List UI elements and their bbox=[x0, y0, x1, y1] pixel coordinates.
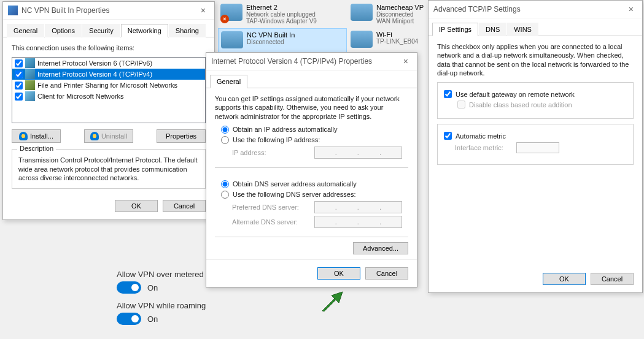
pref-dns-label: Preferred DNS server: bbox=[232, 204, 314, 211]
radio-use-dns[interactable] bbox=[221, 191, 229, 199]
item-label: Client for Microsoft Networks bbox=[37, 93, 124, 100]
item-checkbox[interactable] bbox=[15, 93, 23, 101]
tab-sharing[interactable]: Sharing bbox=[169, 24, 206, 37]
shield-icon bbox=[90, 132, 99, 140]
item-checkbox[interactable] bbox=[15, 59, 23, 67]
network-icon bbox=[8, 6, 18, 15]
checkbox-auto-metric[interactable] bbox=[444, 132, 452, 140]
tab-general[interactable]: General bbox=[210, 75, 247, 88]
advanced-tabs: IP SettingsDNSWINS bbox=[429, 18, 642, 36]
setting-metered-label: Allow VPN over metered n bbox=[117, 270, 210, 279]
item-label: File and Printer Sharing for Microsoft N… bbox=[37, 82, 177, 89]
checkbox-use-gateway[interactable] bbox=[444, 90, 452, 98]
adapter-name: NC VPN Built In bbox=[247, 31, 295, 39]
item-icon bbox=[25, 69, 35, 79]
toggle-state-on: On bbox=[147, 283, 158, 292]
use-ip-label: Use the following IP address: bbox=[233, 136, 320, 143]
ok-button[interactable]: OK bbox=[317, 267, 360, 280]
radio-obtain-ip[interactable] bbox=[221, 126, 229, 134]
ip-address-label: IP address: bbox=[232, 149, 314, 156]
adapter-name: Namecheap VP bbox=[376, 4, 424, 11]
adapter-item[interactable]: NC VPN Built InDisconnected bbox=[218, 28, 347, 54]
adapter-name: Ethernet 2 bbox=[246, 4, 317, 11]
auto-metric-label: Automatic metric bbox=[456, 132, 506, 140]
adapter-status: TP-LINK_EB04 bbox=[376, 38, 418, 45]
radio-obtain-dns[interactable] bbox=[221, 180, 229, 188]
ipv4-properties-dialog: Internet Protocol Version 4 (TCP/IPv4) P… bbox=[206, 52, 417, 288]
adapter-status: Disconnected bbox=[376, 11, 424, 18]
properties-dialog: NC VPN Built In Properties × GeneralOpti… bbox=[2, 1, 215, 220]
properties-button[interactable]: Properties bbox=[157, 129, 206, 143]
adapter-status: Network cable unplugged bbox=[246, 11, 317, 18]
items-label: This connection uses the following items… bbox=[12, 44, 206, 52]
iface-metric-input bbox=[516, 142, 559, 153]
item-label: Internet Protocol Version 4 (TCP/IPv4) bbox=[37, 70, 152, 78]
adapter-desc: WAN Miniport bbox=[376, 18, 424, 25]
item-icon bbox=[25, 80, 35, 90]
dialog-title: Advanced TCP/IP Settings bbox=[433, 5, 625, 13]
vpn-settings-panel: Allow VPN over metered n On Allow VPN wh… bbox=[117, 270, 210, 332]
tab-security[interactable]: Security bbox=[82, 24, 120, 37]
setting-roaming-label: Allow VPN while roaming bbox=[117, 301, 210, 310]
adapter-name: Wi-Fi bbox=[376, 31, 418, 38]
item-icon bbox=[25, 58, 35, 68]
close-icon[interactable]: × bbox=[625, 4, 637, 14]
item-checkbox[interactable] bbox=[15, 82, 23, 90]
close-icon[interactable]: × bbox=[197, 6, 209, 15]
adapter-icon bbox=[221, 31, 243, 51]
properties-tabs: GeneralOptionsSecurityNetworkingSharing bbox=[3, 20, 214, 37]
tab-dns[interactable]: DNS bbox=[479, 23, 506, 36]
description-legend: Description bbox=[17, 145, 56, 152]
obtain-ip-label: Obtain an IP address automatically bbox=[233, 126, 337, 133]
network-item[interactable]: Internet Protocol Version 4 (TCP/IPv4) bbox=[12, 69, 205, 80]
uninstall-button[interactable]: Uninstall bbox=[84, 129, 133, 143]
dialog-title: NC VPN Built In Properties bbox=[21, 6, 197, 15]
cancel-button[interactable]: Cancel bbox=[365, 267, 408, 280]
tab-ip-settings[interactable]: IP Settings bbox=[432, 23, 478, 36]
use-gateway-label: Use default gateway on remote network bbox=[456, 91, 575, 98]
disable-class-label: Disable class based route addition bbox=[469, 101, 572, 109]
network-item[interactable]: File and Printer Sharing for Microsoft N… bbox=[12, 80, 205, 91]
checkbox-disable-class bbox=[457, 101, 465, 109]
network-items-list[interactable]: Internet Protocol Version 6 (TCP/IPv6)In… bbox=[12, 57, 206, 123]
disconnected-icon: × bbox=[220, 15, 229, 23]
adapter-status: Disconnected bbox=[247, 39, 295, 45]
dialog-title: Internet Protocol Version 4 (TCP/IPv4) P… bbox=[211, 57, 400, 66]
adapter-desc: TAP-Windows Adapter V9 bbox=[246, 18, 317, 25]
network-item[interactable]: Client for Microsoft Networks bbox=[12, 91, 205, 102]
adapter-icon bbox=[351, 4, 373, 23]
toggle-roaming[interactable] bbox=[117, 313, 141, 325]
radio-use-ip[interactable] bbox=[221, 136, 229, 144]
toggle-state-on: On bbox=[147, 314, 158, 324]
ipv4-intro: You can get IP settings assigned automat… bbox=[215, 94, 408, 121]
item-checkbox[interactable] bbox=[15, 70, 23, 78]
arrow-icon bbox=[319, 289, 344, 314]
install-button[interactable]: Install... bbox=[12, 129, 61, 143]
adapter-icon bbox=[351, 31, 373, 50]
ok-button[interactable]: OK bbox=[543, 273, 586, 285]
cancel-button[interactable]: Cancel bbox=[163, 200, 206, 212]
adv-intro: This checkbox only applies when you are … bbox=[437, 42, 634, 77]
ok-button[interactable]: OK bbox=[115, 200, 158, 212]
obtain-dns-label: Obtain DNS server address automatically bbox=[233, 180, 357, 188]
tab-networking[interactable]: Networking bbox=[121, 24, 168, 37]
tab-general[interactable]: General bbox=[7, 24, 44, 37]
description-text: Transmission Control Protocol/Internet P… bbox=[18, 156, 199, 182]
advanced-button[interactable]: Advanced... bbox=[353, 242, 408, 254]
alt-dns-label: Alternate DNS server: bbox=[232, 218, 314, 226]
alt-dns-input: ... bbox=[314, 216, 402, 228]
close-icon[interactable]: × bbox=[400, 56, 412, 66]
advanced-tcpip-dialog: Advanced TCP/IP Settings × IP SettingsDN… bbox=[428, 0, 643, 293]
adapter-item[interactable]: × Ethernet 2Network cable unpluggedTAP-W… bbox=[218, 1, 347, 27]
tab-wins[interactable]: WINS bbox=[507, 23, 538, 36]
pref-dns-input: ... bbox=[314, 201, 402, 213]
shield-icon bbox=[19, 132, 28, 140]
iface-metric-label: Interface metric: bbox=[455, 144, 516, 151]
item-label: Internet Protocol Version 6 (TCP/IPv6) bbox=[37, 59, 152, 67]
toggle-metered[interactable] bbox=[117, 281, 141, 294]
network-item[interactable]: Internet Protocol Version 6 (TCP/IPv6) bbox=[12, 58, 205, 69]
cancel-button[interactable]: Cancel bbox=[591, 273, 634, 285]
item-icon bbox=[25, 91, 35, 101]
ip-address-input: ... bbox=[314, 147, 402, 159]
tab-options[interactable]: Options bbox=[45, 24, 82, 37]
